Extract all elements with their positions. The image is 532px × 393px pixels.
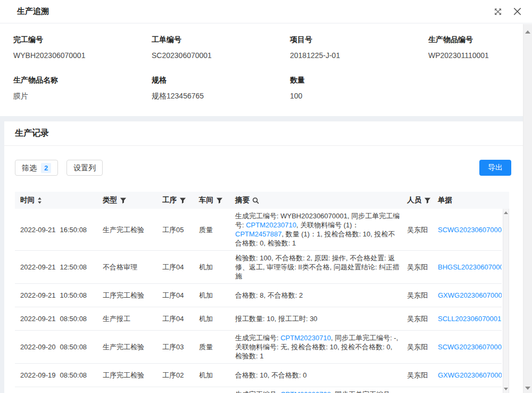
row-clock: 08:50:08 bbox=[60, 343, 87, 351]
row-summary-cell: 检验数: 100, 不合格数: 2, 原因: 操作, 不合格处置: 返修、返工,… bbox=[235, 253, 407, 281]
dialog-body: 完工编号WYBH202306070001工单编号SC202306070001项目… bbox=[0, 23, 523, 393]
column-settings-label: 设置列 bbox=[73, 160, 96, 175]
summary-link[interactable]: CPTM20230710 bbox=[246, 221, 296, 229]
row-process-cell: 工序04 bbox=[162, 291, 199, 300]
summary-link[interactable]: CPTM2457887 bbox=[235, 230, 281, 238]
row-workshop-cell: 机加 bbox=[199, 263, 235, 272]
row-type-cell: 不合格审理 bbox=[103, 263, 162, 272]
info-field-label: 完工编号 bbox=[13, 35, 138, 44]
row-time-cell: 2022-09-2110:50:08 bbox=[15, 291, 103, 300]
column-header-label: 工序 bbox=[162, 195, 177, 205]
row-process-cell: 工序04 bbox=[162, 314, 199, 323]
info-field-label: 生产物品名称 bbox=[13, 76, 138, 84]
table-header: 时间类型工序车间摘要人员单据 bbox=[15, 192, 509, 209]
summary-text: 生成完工编号: bbox=[235, 390, 280, 393]
row-person-cell: 吴东阳 bbox=[407, 342, 438, 351]
column-header: 工序 bbox=[162, 195, 199, 205]
column-header: 车间 bbox=[199, 195, 235, 205]
column-header: 摘要 bbox=[235, 195, 407, 205]
row-document-link[interactable]: SCWG202306070001 bbox=[438, 342, 502, 351]
row-workshop-cell: 质量 bbox=[199, 225, 235, 234]
row-time-cell: 2022-09-2116:50:08 bbox=[15, 225, 103, 234]
filter-icon[interactable] bbox=[216, 197, 223, 204]
fullscreen-icon[interactable] bbox=[488, 2, 508, 21]
row-person-cell: 吴东阳 bbox=[407, 291, 438, 300]
summary-text: 生成完工编号: bbox=[235, 334, 280, 342]
table-row: 2022-09-1908:50:08工序完工检验工序02机加合格数: 10, 不… bbox=[15, 364, 502, 387]
filter-icon[interactable] bbox=[424, 197, 431, 204]
column-header: 类型 bbox=[103, 195, 162, 205]
export-button[interactable]: 导出 bbox=[479, 160, 511, 176]
table-scrollbar[interactable] bbox=[503, 209, 509, 393]
info-field: 完工编号WYBH202306070001 bbox=[0, 35, 138, 60]
filter-button[interactable]: 筛选 2 bbox=[15, 160, 58, 176]
row-summary-cell: 合格数: 10, 不合格数: 0 bbox=[235, 371, 407, 380]
info-field: 规格规格123456765 bbox=[138, 76, 277, 100]
row-date: 2022-09-21 bbox=[20, 291, 56, 299]
row-workshop-cell: 机加 bbox=[199, 314, 235, 323]
row-date: 2022-09-21 bbox=[20, 263, 56, 271]
row-workshop-cell: 机加 bbox=[199, 371, 235, 380]
info-field-label: 项目号 bbox=[290, 35, 415, 44]
info-grid: 完工编号WYBH202306070001工单编号SC202306070001项目… bbox=[0, 35, 523, 100]
records-card-header: 生产记录 bbox=[4, 121, 523, 146]
column-header-label: 车间 bbox=[199, 195, 213, 205]
summary-link[interactable]: CPTM20230710 bbox=[280, 334, 331, 342]
row-document-link[interactable]: SCLL202306070001 bbox=[438, 314, 502, 323]
row-summary-cell: 报工数量: 10, 报工工时: 30 bbox=[235, 314, 407, 323]
info-field-value: WYBH202306070001 bbox=[13, 51, 138, 60]
dialog-scrollbar[interactable] bbox=[523, 24, 532, 393]
row-date: 2022-09-20 bbox=[20, 343, 56, 351]
row-type-cell: 工序完工检验 bbox=[103, 291, 162, 300]
info-field-label: 规格 bbox=[152, 76, 277, 84]
info-field-value: 膜片 bbox=[13, 92, 138, 100]
row-date: 2022-09-21 bbox=[20, 315, 56, 323]
row-time-cell: 2022-09-1908:50:08 bbox=[15, 371, 103, 380]
column-settings-button[interactable]: 设置列 bbox=[66, 160, 103, 176]
table-row: 2022-09-2112:50:08不合格审理工序04机加检验数: 100, 不… bbox=[15, 251, 502, 284]
row-summary-cell: 生成完工编号: CPTM20230708, 同步工单完工编号: -, 关联物料编… bbox=[235, 390, 407, 393]
row-clock: 08:50:08 bbox=[60, 371, 87, 379]
info-field-value: 规格123456765 bbox=[152, 92, 277, 100]
info-field-value: 20181225-J-01 bbox=[290, 51, 415, 60]
records-toolbar: 筛选 2 设置列 导出 bbox=[15, 160, 511, 176]
dialog-scroll-up-icon[interactable] bbox=[525, 30, 530, 34]
sort-icon[interactable] bbox=[37, 197, 42, 204]
row-type-cell: 工序完工检验 bbox=[103, 371, 162, 380]
row-clock: 12:50:08 bbox=[60, 263, 87, 271]
column-header-label: 人员 bbox=[407, 195, 421, 205]
filter-count-badge: 2 bbox=[41, 163, 51, 173]
info-field-label: 生产物品编号 bbox=[428, 35, 523, 44]
table-body: 2022-09-2116:50:08生产完工检验工序05质量生成完工编号: WY… bbox=[15, 209, 502, 393]
row-summary-cell: 合格数: 8, 不合格数: 2 bbox=[235, 291, 407, 300]
row-clock: 10:50:08 bbox=[60, 291, 87, 299]
table-row: 2022-09-2110:50:08工序完工检验工序04机加合格数: 8, 不合… bbox=[15, 284, 502, 307]
scroll-up-icon[interactable] bbox=[504, 211, 508, 214]
row-document-link[interactable]: BHGSL202306070001 bbox=[438, 263, 502, 272]
summary-text: 检验数: 100, 不合格数: 2, 原因: 操作, 不合格处置: 返修、返工,… bbox=[235, 254, 400, 280]
close-icon[interactable] bbox=[508, 2, 527, 21]
search-icon[interactable] bbox=[252, 197, 259, 204]
row-person-cell: 吴东阳 bbox=[407, 314, 438, 323]
dialog-scroll-down-icon[interactable] bbox=[525, 387, 530, 390]
scroll-down-icon[interactable] bbox=[504, 388, 508, 390]
filter-icon[interactable] bbox=[179, 197, 186, 204]
row-workshop-cell: 质量 bbox=[199, 342, 235, 351]
row-document-link[interactable]: SCWG202306070001 bbox=[438, 225, 502, 234]
row-document-link[interactable]: GXWG202306070001 bbox=[438, 371, 502, 380]
info-field: 生产物品编号WP202301110001 bbox=[415, 35, 523, 60]
info-field-label: 工单编号 bbox=[152, 35, 277, 44]
filter-icon[interactable] bbox=[120, 197, 127, 204]
summary-text: , 关联物料编号 (1)： bbox=[296, 221, 359, 229]
row-time-cell: 2022-09-2112:50:08 bbox=[15, 263, 103, 272]
row-type-cell: 生产完工检验 bbox=[103, 342, 162, 351]
row-document-link[interactable]: GXWG202306070001 bbox=[438, 291, 502, 300]
dialog-title: 生产追溯 bbox=[17, 6, 49, 17]
info-field: 工单编号SC202306070001 bbox=[138, 35, 277, 60]
row-summary-cell: 生成完工编号: CPTM20230710, 同步工单完工编号: -, 关联物料编… bbox=[235, 333, 407, 361]
row-time-cell: 2022-09-2108:50:08 bbox=[15, 314, 103, 323]
summary-link[interactable]: CPTM20230708 bbox=[280, 390, 331, 393]
row-date: 2022-09-19 bbox=[20, 371, 56, 379]
dialog-titlebar: 生产追溯 bbox=[0, 0, 532, 23]
column-header-label: 单据 bbox=[438, 195, 452, 205]
